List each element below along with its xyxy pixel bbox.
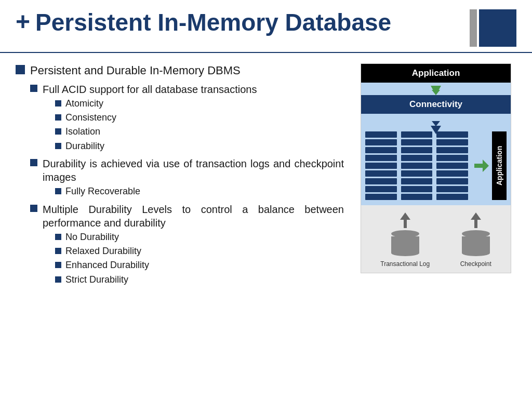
bullet-no-durability: No Durability [55,231,344,243]
level3-list-acid: Atomicity Consistency Isolation Dur [55,98,257,153]
svg-marker-1 [432,116,440,126]
header: + Persistent In-Memory Database [0,0,532,53]
atomicity-text: Atomicity [65,98,103,110]
checkpoint-storage: Checkpoint [460,212,491,268]
logo [470,9,516,47]
bullet-square-l2-levels [30,205,37,212]
diag-middle: Application [361,126,511,205]
diag-bottom: Transactional Log Checkpoint [361,205,511,273]
bullet-consistency: Consistency [55,112,257,124]
bullet-sq-isolation [55,128,61,135]
up-arrow-checkpoint [471,212,481,228]
level2-list-acid: Full ACID support for all database trans… [30,83,350,288]
bullet-strict-durability: Strict Durability [55,274,344,286]
blue-down-arrow [430,116,442,126]
bullet-isolation: Isolation [55,126,257,138]
bullet-square-l2-acid [30,85,37,92]
bullet-sq-no-durability [55,234,61,240]
bullet-persistent-durable-text: Persistent and Durable In-Memory DBMS [30,63,241,78]
db-column-1 [365,131,397,200]
diagram-panel: Application Connectivity [361,63,516,291]
bullet-square-l1 [16,65,25,74]
page-title: Persistent In-Memory Database [35,9,459,36]
db-column-3 [436,131,468,200]
level3-list-levels: No Durability Relaxed Durability Enhance… [55,231,344,286]
bullet-sq-atomicity [55,100,61,107]
db-cylinder-log [391,230,419,256]
bullet-sq-relaxed [55,248,61,254]
main-content: Persistent and Durable In-Memory DBMS Fu… [0,58,532,296]
transactional-log-label: Transactional Log [380,260,430,268]
level3-list-recoverable: Fully Recoverable [55,185,344,197]
green-left-arrow [474,159,489,172]
bullet-atomicity: Atomicity [55,98,257,110]
db-column-2 [401,131,433,200]
logo-blue-bar [479,9,516,47]
isolation-text: Isolation [65,126,100,138]
plus-symbol: + [16,9,30,34]
bullet-full-acid: Full ACID support for all database trans… [30,83,350,155]
bullet-durability-logs-text: Durability is achieved via use of transa… [43,157,344,184]
db-cylinder-checkpoint [462,230,490,256]
bullet-sq-strict [55,276,61,283]
diag-connectivity: Connectivity [361,95,511,114]
durability-text: Durability [65,140,104,152]
checkpoint-label: Checkpoint [460,260,491,268]
bullet-persistent-durable: Persistent and Durable In-Memory DBMS [16,63,350,78]
diag-application-top: Application [361,64,511,83]
bullet-fully-recoverable: Fully Recoverable [55,185,344,197]
bullet-relaxed-durability: Relaxed Durability [55,245,344,257]
bullet-sq-enhanced [55,262,61,268]
svg-marker-3 [400,212,410,228]
bullet-square-l2-logs [30,159,37,166]
bullet-sq-recoverable [55,188,61,194]
transactional-log-storage: Transactional Log [380,212,430,268]
architecture-diagram: Application Connectivity [361,63,511,273]
svg-marker-2 [474,159,489,172]
relaxed-durability-text: Relaxed Durability [65,245,141,257]
strict-durability-text: Strict Durability [65,274,128,286]
bullet-durability-logs: Durability is achieved via use of transa… [30,157,350,200]
bullet-full-acid-text: Full ACID support for all database trans… [43,83,257,96]
enhanced-durability-text: Enhanced Durability [65,259,149,271]
bullet-durability: Durability [55,140,257,152]
bullet-durability-levels-text: Multiple Durability Levels to control a … [43,203,344,230]
up-arrow-log [400,212,410,228]
bullet-enhanced-durability: Enhanced Durability [55,259,344,271]
no-durability-text: No Durability [65,231,119,243]
left-panel: Persistent and Durable In-Memory DBMS Fu… [16,63,350,291]
bullet-sq-durability [55,143,61,149]
logo-gray-bar [470,9,477,47]
bullet-sq-consistency [55,114,61,121]
svg-marker-4 [471,212,481,228]
diag-app-side: Application [492,131,507,200]
fully-recoverable-text: Fully Recoverable [65,185,140,197]
consistency-text: Consistency [65,112,116,124]
bullet-durability-levels: Multiple Durability Levels to control a … [30,203,350,288]
